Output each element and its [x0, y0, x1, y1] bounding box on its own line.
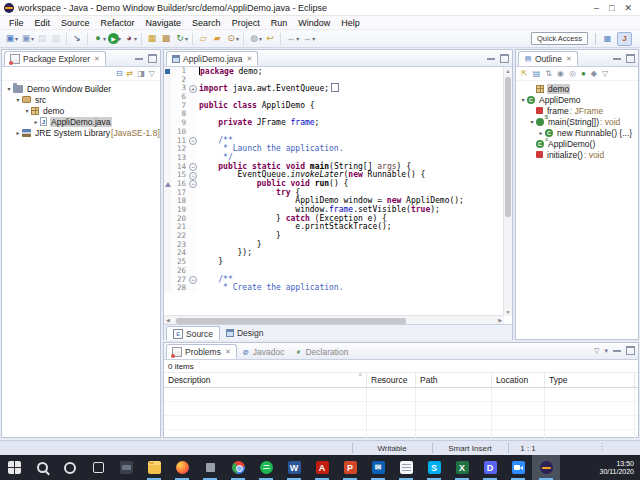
progress-area-icon[interactable]: ⋮: [598, 442, 606, 451]
tree-item-demo[interactable]: demo: [516, 83, 638, 94]
menu-window[interactable]: Window: [293, 18, 335, 28]
tree-item-frame[interactable]: frame : JFrame: [516, 105, 638, 116]
taskbar-file-explorer-button[interactable]: [140, 455, 168, 480]
scroll-down-icon[interactable]: ▼: [504, 309, 512, 315]
tree-expanded-arrow-icon[interactable]: ▾: [14, 96, 22, 103]
fold-toggle[interactable]: +: [188, 84, 197, 93]
tree-expanded-arrow-icon[interactable]: ▾: [519, 96, 527, 103]
menu-navigate[interactable]: Navigate: [141, 18, 187, 28]
menu-file[interactable]: File: [4, 18, 29, 28]
menu-source[interactable]: Source: [56, 18, 95, 28]
link-with-editor-icon[interactable]: ⇄: [127, 70, 134, 78]
menu-help[interactable]: Help: [336, 18, 365, 28]
tree-item-applidemo[interactable]: AppliDemo(): [516, 138, 638, 149]
tree-item-jre-system-library[interactable]: ▸JRE System Library [JavaSE-1.8]: [2, 127, 160, 138]
tab-outline[interactable]: ▤ Outline ✕: [518, 51, 578, 66]
fold-collapse-icon[interactable]: −: [189, 172, 197, 180]
save-icon[interactable]: ▤: [36, 33, 48, 45]
focus-icon[interactable]: ⇱: [521, 70, 528, 78]
scroll-up-icon[interactable]: ▲: [504, 68, 512, 74]
scrollbar-thumb[interactable]: [505, 77, 511, 217]
fold-toggle[interactable]: −: [188, 163, 197, 172]
code-line[interactable]: 1package demo;: [164, 67, 504, 76]
view-menu-icon[interactable]: ▾: [604, 347, 608, 355]
debug-dropdown-icon[interactable]: ▾: [103, 35, 106, 42]
menu-refactor[interactable]: Refactor: [96, 18, 140, 28]
minimize-view-icon[interactable]: [613, 55, 621, 60]
taskbar-powerpoint-button[interactable]: P: [336, 455, 364, 480]
coverage-dropdown-icon[interactable]: ▾: [134, 35, 137, 42]
taskbar-spotify-button[interactable]: [252, 455, 280, 480]
taskbar-word-button[interactable]: W: [280, 455, 308, 480]
new-java-class-dropdown-icon[interactable]: ▾: [31, 35, 34, 42]
tree-expanded-arrow-icon[interactable]: ▾: [5, 85, 13, 92]
close-icon[interactable]: ✕: [225, 348, 231, 356]
tree-item-applidemo-java[interactable]: ▸AppliDemo.java: [2, 116, 160, 127]
tree-item-new-runnable[interactable]: ▸new Runnable() {...}: [516, 127, 638, 138]
taskbar-cortana-button[interactable]: [56, 455, 84, 480]
import-icon[interactable]: ▰: [211, 33, 223, 45]
code-line[interactable]: 3+import java.awt.EventQueue;: [164, 84, 504, 93]
java-perspective-icon[interactable]: J: [617, 32, 632, 46]
taskbar-chrome-button[interactable]: [224, 455, 252, 480]
tree-collapsed-arrow-icon[interactable]: ▸: [32, 118, 40, 125]
fold-toggle[interactable]: −: [188, 171, 197, 180]
maximize-view-icon[interactable]: [626, 346, 635, 355]
tab-source[interactable]: Source: [166, 326, 220, 340]
minimize-button[interactable]: –: [594, 3, 599, 13]
new-java-project-icon[interactable]: ▦: [146, 33, 158, 45]
taskbar-task-view-button[interactable]: [84, 455, 112, 480]
last-edit-icon[interactable]: ↩: [264, 33, 276, 45]
sort-alpha-icon[interactable]: ⇅: [545, 70, 552, 78]
menu-edit[interactable]: Edit: [30, 18, 56, 28]
tree-item-demo[interactable]: ▾demo: [2, 105, 160, 116]
vertical-scrollbar[interactable]: ▲ ▼: [503, 67, 512, 316]
fold-collapse-icon[interactable]: −: [189, 276, 197, 284]
column-header-path[interactable]: Path: [416, 373, 492, 387]
hide-fields-icon[interactable]: ◉: [557, 70, 564, 78]
fold-toggle[interactable]: −: [188, 137, 197, 146]
run-dropdown-icon[interactable]: ▾: [118, 35, 121, 42]
maximize-view-icon[interactable]: [626, 54, 635, 63]
close-button[interactable]: ✕: [624, 3, 632, 13]
filter-icon[interactable]: ▽: [594, 347, 599, 355]
taskbar-zoom-button[interactable]: [504, 455, 532, 480]
hide-static-icon[interactable]: ◎: [569, 70, 576, 78]
fold-toggle[interactable]: −: [188, 180, 197, 189]
close-icon[interactable]: ✕: [94, 55, 100, 63]
menu-search[interactable]: Search: [187, 18, 226, 28]
taskbar-clock[interactable]: 13:5030/11/2020: [599, 455, 640, 480]
tree-item-applidemo[interactable]: ▾AppliDemo: [516, 94, 638, 105]
search-dropdown-icon[interactable]: ▾: [236, 35, 239, 42]
close-icon[interactable]: ✕: [566, 55, 572, 63]
tab-problems[interactable]: Problems✕: [166, 344, 237, 359]
minimize-view-icon[interactable]: [135, 55, 143, 60]
minimize-view-icon[interactable]: [487, 55, 495, 60]
open-element-icon[interactable]: ↘: [71, 33, 83, 45]
hide-local-types-icon[interactable]: ◆: [591, 70, 597, 78]
column-header-location[interactable]: Location: [492, 373, 545, 387]
column-header-resource[interactable]: Resource: [367, 373, 416, 387]
close-icon[interactable]: ✕: [247, 55, 253, 63]
taskbar-search-button[interactable]: [28, 455, 56, 480]
save-all-icon[interactable]: ▥: [50, 33, 62, 45]
new-wizard-dropdown-icon[interactable]: ▾: [15, 35, 18, 42]
scroll-right-icon[interactable]: ▶: [498, 317, 502, 323]
maximize-view-icon[interactable]: [500, 54, 509, 63]
collapsed-region-icon[interactable]: [331, 83, 339, 92]
new-package-icon[interactable]: ▩: [160, 33, 172, 45]
maximize-button[interactable]: □: [609, 3, 614, 13]
taskbar-firefox-button[interactable]: [168, 455, 196, 480]
taskbar-discord-button[interactable]: D: [476, 455, 504, 480]
fold-collapse-icon[interactable]: −: [189, 137, 197, 145]
forward-dropdown-icon[interactable]: ▾: [312, 35, 315, 42]
column-header-type[interactable]: Type: [545, 373, 635, 387]
taskbar-start-button[interactable]: [0, 455, 28, 480]
view-menu-icon[interactable]: ▽: [149, 70, 155, 78]
scrollbar-thumb[interactable]: [176, 318, 406, 324]
minimize-view-icon[interactable]: [613, 347, 621, 352]
tree-collapsed-arrow-icon[interactable]: ▸: [14, 129, 22, 136]
hide-non-public-icon[interactable]: ●: [581, 70, 586, 78]
back-dropdown-icon[interactable]: ▾: [296, 35, 299, 42]
fold-collapse-icon[interactable]: −: [189, 163, 197, 171]
